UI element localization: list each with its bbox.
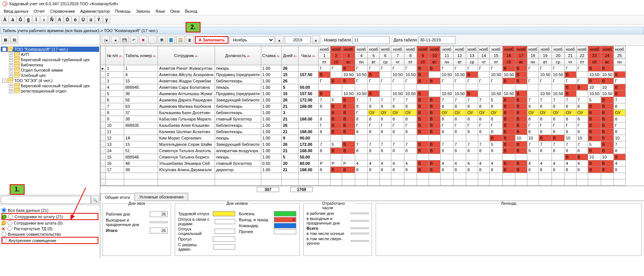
filter-radio[interactable]: Внутреннее совмещение [1,237,98,244]
day-cell[interactable]: 8 [379,116,391,122]
day-cell[interactable]: Г [576,78,588,84]
day-cell[interactable]: 7 [404,97,417,103]
day-cell[interactable]: 8 [539,167,552,173]
day-header[interactable]: нояб [515,46,527,53]
calc-button[interactable]: 🧮 [176,36,184,44]
day-cell[interactable]: 8 [391,167,404,173]
day-cell[interactable]: 8 [539,129,552,135]
nav-first-button[interactable]: |◂ [102,36,110,44]
table-row[interactable]: 1451Семенчук Татьяна Анатольаппаратчик в… [101,148,626,154]
day-cell[interactable]: 8 [565,167,576,173]
accent-char[interactable]: ğ [25,16,32,23]
day-cell[interactable]: В [614,154,625,160]
day-cell[interactable]: В [417,122,429,129]
day-cell[interactable]: В [515,103,527,110]
day-cell[interactable]: В [515,116,527,122]
day-cell[interactable]: В [490,135,503,141]
menu-Окна[interactable]: Окна [168,8,182,14]
col-header[interactable]: Сотрудник А↓ [158,46,215,65]
day-cell[interactable]: ОУ [576,110,588,116]
day-cell[interactable]: 8 [614,103,625,110]
day-cell[interactable]: В [429,65,440,72]
day-cell[interactable]: ОУ [391,110,404,116]
tree-expander[interactable]: - [2,79,6,83]
day-cell[interactable]: В [601,122,614,129]
day-cell[interactable]: 5 [588,141,601,148]
day-cell[interactable]: 7 [527,97,539,103]
tree-node[interactable]: +Береговой насосный турбинный цех [1,57,99,62]
day-cell[interactable]: 10.50 [355,91,368,97]
day-cell[interactable]: Г [527,78,539,84]
day-cell[interactable]: 7 [478,97,489,103]
day-cell[interactable]: Г [355,78,368,84]
day-cell[interactable]: 8 [490,129,503,135]
day-cell[interactable]: 5 [490,97,503,103]
day-cell[interactable] [379,72,391,78]
day-cell[interactable]: Г [319,65,330,72]
day-cell[interactable]: 4 [478,160,489,167]
day-cell[interactable]: Г [527,65,539,72]
day-cell[interactable]: В [417,129,429,135]
day-cell[interactable]: 8 [355,129,368,135]
day-cell[interactable]: 5 [588,97,601,103]
day-cell[interactable]: В [601,167,614,173]
accent-char[interactable]: Ý [95,16,102,23]
day-cell[interactable]: В [417,91,429,97]
day-cell[interactable]: В [342,97,355,103]
day-cell[interactable] [319,135,330,141]
day-cell[interactable] [355,84,368,91]
day-cell[interactable] [404,154,417,160]
tree-node[interactable]: +АУП [1,52,99,57]
day-cell[interactable] [379,91,391,97]
day-cell[interactable]: 8 [552,129,565,135]
day-cell[interactable]: 8 [565,148,576,154]
day-cell[interactable]: 10 [576,135,588,141]
table-row[interactable]: 10888935Казыбаева Алия Клышевнбиблиотека… [101,122,626,129]
day-cell[interactable] [342,135,355,141]
day-cell[interactable]: ОУ [565,110,576,116]
day-cell[interactable]: 8 [478,103,489,110]
day-cell[interactable]: В [565,72,576,78]
year-input[interactable] [285,36,311,44]
day-cell[interactable]: В [417,148,429,154]
day-cell[interactable]: 8 [355,116,368,122]
day-cell[interactable]: 7 [368,141,379,148]
day-cell[interactable]: 8 [391,129,404,135]
day-cell[interactable] [330,91,342,97]
day-cell[interactable] [466,84,478,91]
filter-radio[interactable]: Внешнее совместительство [1,231,98,237]
table-row[interactable]: 315Ахметова Жадра Серикбаебиблиотекарь1.… [101,78,626,84]
fill-button[interactable]: А Заполнить [195,36,228,44]
day-cell[interactable]: Г [379,65,391,72]
table-row[interactable]: 837Балкашева Баян Досетовнбиблиотекарь1.… [101,110,626,116]
day-header[interactable]: нояб [391,46,404,53]
day-cell[interactable]: ОУ [368,110,379,116]
day-cell[interactable]: Г [391,122,404,129]
day-header[interactable]: нояб [379,46,391,53]
day-cell[interactable]: 10.50 [453,72,466,78]
day-cell[interactable] [391,154,404,160]
day-header[interactable]: нояб [355,46,368,53]
day-cell[interactable] [368,154,379,160]
day-cell[interactable]: 8 [319,116,330,122]
table-row[interactable]: 1648Ульшибаева Эльмира Сейглавный бухгал… [101,160,626,167]
day-cell[interactable]: 10.50 [601,72,614,78]
day-cell[interactable]: 10.50 [490,91,503,97]
day-cell[interactable]: 4 [368,160,379,167]
day-cell[interactable]: 5 [330,97,342,103]
accent-char[interactable]: ñ [56,16,63,23]
day-cell[interactable]: 8 [466,103,478,110]
day-cell[interactable]: 8 [404,116,417,122]
day-cell[interactable]: В [429,110,440,116]
day-cell[interactable]: В [342,78,355,84]
table-row[interactable]: 121АКим Морис Сергеевичпекарь1.00990.00В… [101,135,626,141]
day-cell[interactable]: 10.50 [588,72,601,78]
day-cell[interactable]: Г [355,110,368,116]
day-cell[interactable]: В [417,116,429,122]
day-cell[interactable] [441,135,454,141]
day-cell[interactable]: 10 [601,84,614,91]
table-row[interactable]: 656Ашимова Дарига РашидовнЗаведующий биб… [101,97,626,103]
day-cell[interactable]: В [417,72,429,78]
day-cell[interactable]: ОУ [490,110,503,116]
day-cell[interactable]: 4 [441,160,454,167]
